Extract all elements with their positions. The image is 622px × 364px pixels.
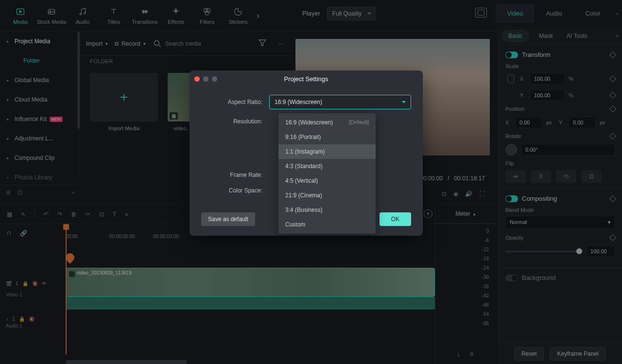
- dropdown-option-1-1[interactable]: 1:1 (Instagram): [278, 144, 376, 159]
- text-icon[interactable]: T: [113, 211, 116, 218]
- more-icon[interactable]: »: [125, 211, 128, 218]
- tab-stock-media[interactable]: Stock Media: [36, 2, 67, 29]
- opacity-slider[interactable]: [505, 251, 582, 252]
- keyframe-icon[interactable]: [609, 51, 616, 58]
- volume-icon[interactable]: 🔊: [465, 191, 472, 197]
- visibility-icon[interactable]: 👁: [42, 281, 47, 286]
- pos-y-input[interactable]: [569, 117, 596, 128]
- dropdown-option-custom[interactable]: Custom: [278, 217, 376, 232]
- more-icon[interactable]: ⋯: [276, 38, 286, 49]
- close-window-icon[interactable]: [194, 76, 200, 82]
- pos-x-input[interactable]: [515, 117, 542, 128]
- quality-select[interactable]: Full Quality: [327, 7, 376, 20]
- subtab-basic[interactable]: Basic: [501, 30, 529, 42]
- lock-icon[interactable]: 🔒: [22, 281, 28, 286]
- link-icon[interactable]: [507, 74, 514, 83]
- sidebar-scrollbar[interactable]: [77, 32, 80, 129]
- subtab-mask[interactable]: Mask: [532, 27, 560, 45]
- flip-reset-button[interactable]: ⊡: [581, 170, 602, 183]
- mute-icon[interactable]: 🔇: [29, 316, 35, 322]
- flip-vertical-button[interactable]: ⇕: [531, 170, 551, 183]
- magnet-icon[interactable]: ⊓: [7, 230, 11, 237]
- sidebar-item-influence-kit[interactable]: Influence KitNEW: [0, 109, 80, 129]
- new-bin-icon[interactable]: ⊡: [17, 189, 22, 196]
- tab-transitions[interactable]: Transitions: [129, 2, 160, 29]
- save-default-button[interactable]: Save as default: [201, 212, 255, 226]
- keyframe-icon[interactable]: [609, 92, 616, 99]
- import-media-tile[interactable]: + Import Media: [90, 73, 158, 131]
- opacity-input[interactable]: [586, 245, 615, 257]
- dropdown-option-4-3[interactable]: 4:3 (Standard): [278, 159, 376, 173]
- camera-icon[interactable]: ◉: [453, 191, 458, 197]
- tab-effects[interactable]: Effects: [160, 2, 191, 29]
- keyframe-icon[interactable]: [609, 133, 616, 139]
- aspect-ratio-select[interactable]: 16:9 (Widescreen): [269, 95, 411, 109]
- collapse-sidebar-icon[interactable]: ‹: [72, 189, 74, 196]
- filter-icon[interactable]: [256, 36, 269, 51]
- blend-mode-select[interactable]: Normal▾: [505, 216, 615, 229]
- import-button[interactable]: Import▾: [86, 40, 108, 47]
- delete-icon[interactable]: 🗑: [71, 211, 77, 218]
- dropdown-option-4-5[interactable]: 4:5 (Vertical): [278, 173, 376, 188]
- sidebar-item-global-media[interactable]: Global Media: [0, 70, 80, 90]
- sidebar-item-photos-library[interactable]: Photos Library: [0, 168, 80, 187]
- tab-audio[interactable]: Audio: [67, 2, 98, 29]
- toolbar-scroll-right-icon[interactable]: ›: [254, 11, 262, 21]
- crop-icon[interactable]: ⊡: [99, 211, 104, 218]
- timeline-audio-clip[interactable]: [66, 297, 435, 310]
- subtab-scroll-right-icon[interactable]: ›: [612, 33, 622, 39]
- dropdown-option-3-4[interactable]: 3:4 (Business): [278, 203, 376, 217]
- transform-toggle[interactable]: [505, 52, 518, 58]
- dropdown-option-21-9[interactable]: 21:9 (Cinema): [278, 188, 376, 203]
- fullscreen-icon[interactable]: ⛶: [479, 191, 485, 197]
- redo-icon[interactable]: ↷: [57, 211, 62, 218]
- props-tab-color[interactable]: Color: [573, 4, 612, 23]
- flip-both-button[interactable]: ⟲: [556, 170, 576, 183]
- tab-media[interactable]: Media: [5, 2, 36, 29]
- subtab-ai-tools[interactable]: AI Tools: [560, 27, 594, 45]
- scale-x-input[interactable]: [530, 73, 565, 85]
- snapshot-icon[interactable]: [475, 8, 487, 17]
- compositing-toggle[interactable]: [505, 195, 518, 202]
- reset-button[interactable]: Reset: [514, 347, 544, 361]
- dropdown-option-16-9[interactable]: 16:9 (Widescreen)[Default]: [278, 115, 376, 130]
- keyframe-icon[interactable]: [609, 234, 616, 241]
- search-input[interactable]: Search media: [153, 39, 249, 49]
- keyframe-panel-button[interactable]: Keyframe Panel: [550, 347, 605, 361]
- add-meter-icon[interactable]: +: [424, 209, 432, 218]
- new-folder-icon[interactable]: ⊞: [6, 189, 11, 196]
- sidebar-item-cloud-media[interactable]: Cloud Media: [0, 90, 80, 109]
- sidebar-item-project-media[interactable]: Project Media: [0, 32, 80, 51]
- dropdown-option-9-16[interactable]: 9:16 (Portrait): [278, 130, 376, 144]
- keyframe-icon[interactable]: [609, 75, 616, 82]
- sidebar-item-compound-clip[interactable]: Compound Clip: [0, 148, 80, 168]
- cut-icon[interactable]: ✂: [86, 211, 90, 218]
- sidebar-item-adjustment-layer[interactable]: Adjustment L...: [0, 129, 80, 148]
- flip-horizontal-button[interactable]: ⇔: [505, 170, 526, 183]
- display-icon[interactable]: ⊡: [442, 191, 447, 197]
- tab-stickers[interactable]: Stickers: [223, 2, 254, 29]
- timeline-scrollbar[interactable]: [66, 360, 187, 364]
- keyframe-icon[interactable]: [609, 105, 616, 112]
- tab-filters[interactable]: Filters: [191, 2, 223, 29]
- pointer-icon[interactable]: ↖: [21, 211, 26, 218]
- link-icon[interactable]: 🔗: [20, 230, 27, 237]
- background-toggle[interactable]: [505, 275, 518, 281]
- playhead[interactable]: [66, 228, 67, 354]
- props-scroll-right-icon[interactable]: ›: [612, 10, 622, 17]
- rotate-input[interactable]: [521, 144, 615, 156]
- props-tab-audio[interactable]: Audio: [535, 4, 573, 23]
- minimize-window-icon[interactable]: [203, 76, 208, 82]
- sidebar-item-folder[interactable]: Folder: [0, 51, 80, 70]
- undo-icon[interactable]: ↶: [44, 211, 49, 218]
- grid-icon[interactable]: ▦: [7, 211, 12, 218]
- lock-icon[interactable]: 🔒: [19, 316, 25, 322]
- mute-icon[interactable]: 🔇: [32, 281, 38, 286]
- keyframe-icon[interactable]: [609, 195, 616, 202]
- rotate-knob[interactable]: [505, 144, 517, 156]
- ok-button[interactable]: OK: [380, 212, 411, 226]
- maximize-window-icon[interactable]: [212, 76, 217, 82]
- scale-y-input[interactable]: [530, 89, 565, 101]
- props-tab-video[interactable]: Video: [496, 4, 535, 23]
- record-button[interactable]: Record▾: [115, 40, 146, 47]
